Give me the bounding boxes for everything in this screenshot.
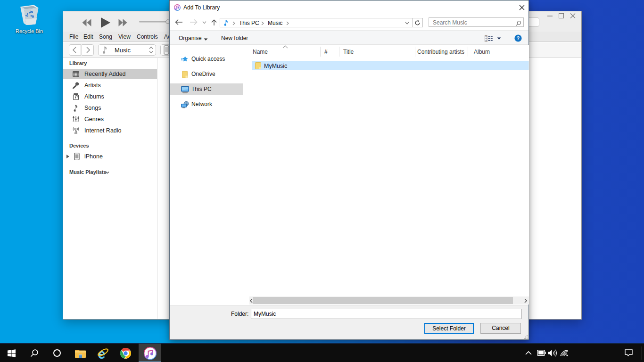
svg-text:?: ? <box>517 35 520 41</box>
svg-text:Music: Music <box>115 47 131 54</box>
